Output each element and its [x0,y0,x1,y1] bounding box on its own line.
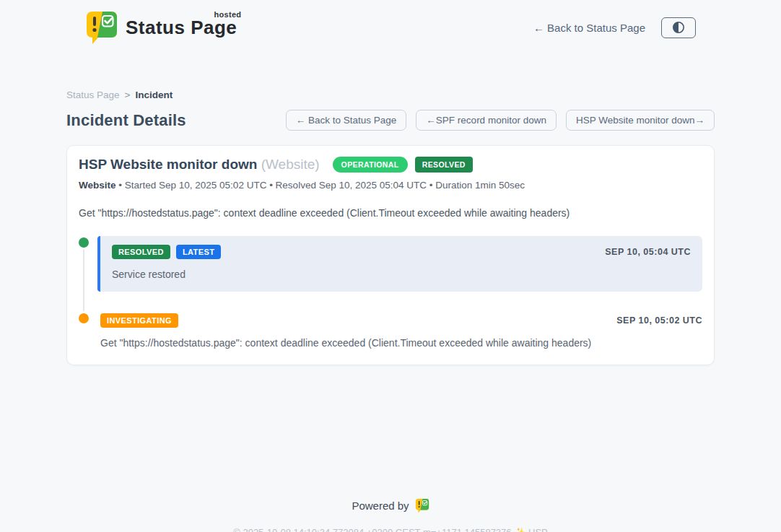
incident-nav-buttons: ← Back to Status Page ←SPF record monito… [286,110,715,131]
theme-toggle-button[interactable] [661,17,696,38]
incident-title-row: HSP Website monitor down (Website) OPERA… [79,157,702,173]
resolved-state-badge: RESOLVED [415,157,473,173]
incident-timeline: RESOLVED LATEST SEP 10, 05:04 UTC Servic… [79,236,702,349]
incident-badges: OPERATIONAL RESOLVED [333,157,473,173]
back-to-status-page-button[interactable]: ← Back to Status Page [286,110,407,131]
timeline-entry-body-latest: RESOLVED LATEST SEP 10, 05:04 UTC Servic… [97,236,702,292]
status-page-logo[interactable]: Status Page hosted [85,10,240,45]
header-actions: ← Back to Status Page [533,17,696,38]
header-inner: Status Page hosted ← Back to Status Page [66,0,715,46]
timeline-badges: INVESTIGATING [100,313,178,328]
timeline-entry-resolved: RESOLVED LATEST SEP 10, 05:04 UTC Servic… [79,236,702,292]
incident-component: (Website) [261,157,320,172]
timeline-dot-orange [79,313,89,323]
incident-title: HSP Website monitor down (Website) [79,157,320,173]
brand-wrap: Status Page hosted [126,17,240,39]
timeline-message: Service restored [112,269,691,280]
incident-meta-details: • Started Sep 10, 2025 05:02 UTC • Resol… [118,180,525,191]
title-row: Incident Details ← Back to Status Page ←… [66,110,715,131]
copyright-text: © 2025-10-08 14:10:34.772084 +0200 CEST … [66,527,715,532]
timeline-entry-head: RESOLVED LATEST SEP 10, 05:04 UTC [112,245,691,259]
timeline-message: Get "https://hostedstatus.page": context… [100,337,702,349]
breadcrumb-separator: > [125,90,131,100]
powered-by: Powered by [66,498,715,513]
status-page-mini-logo-icon[interactable] [415,498,429,513]
incident-description: Get "https://hostedstatus.page": context… [79,207,702,219]
operational-status-badge: OPERATIONAL [333,157,408,173]
breadcrumb-status-page[interactable]: Status Page [66,90,120,100]
brand-text: Status Page [126,17,237,38]
timeline-badges: RESOLVED LATEST [112,245,221,259]
timeline-entry-body: INVESTIGATING SEP 10, 05:02 UTC Get "htt… [97,312,702,349]
brand-superscript: hosted [214,10,241,19]
prev-incident-button[interactable]: ←SPF record monitor down [416,110,557,131]
incident-card: HSP Website monitor down (Website) OPERA… [66,145,715,365]
incident-meta-component: Website [79,180,116,191]
breadcrumb-incident: Incident [135,90,173,100]
timeline-dot-green [79,237,89,248]
main-content: Status Page>Incident Incident Details ← … [66,90,715,532]
next-incident-button[interactable]: HSP Website monitor down→ [566,110,715,131]
timeline-entry-investigating: INVESTIGATING SEP 10, 05:02 UTC Get "htt… [79,312,702,349]
timeline-timestamp: SEP 10, 05:02 UTC [616,315,702,326]
incident-meta: Website • Started Sep 10, 2025 05:02 UTC… [79,180,702,191]
timeline-entry-head: INVESTIGATING SEP 10, 05:02 UTC [100,313,702,328]
half-circle-icon [671,20,686,35]
incident-title-text: HSP Website monitor down [79,157,257,172]
timeline-timestamp: SEP 10, 05:04 UTC [605,247,691,257]
page-footer: Powered by © 2025-10-08 14:10:34.772084 … [66,498,715,532]
status-page-logo-icon [85,10,118,45]
timeline-latest-badge: LATEST [176,245,221,259]
powered-by-text: Powered by [352,500,409,512]
timeline-investigating-badge: INVESTIGATING [100,313,178,328]
page-title: Incident Details [66,111,186,130]
breadcrumb: Status Page>Incident [66,90,715,100]
header-back-to-status-page-link[interactable]: ← Back to Status Page [533,22,645,34]
page-header: Status Page hosted ← Back to Status Page [0,0,781,46]
timeline-resolved-badge: RESOLVED [112,245,170,259]
